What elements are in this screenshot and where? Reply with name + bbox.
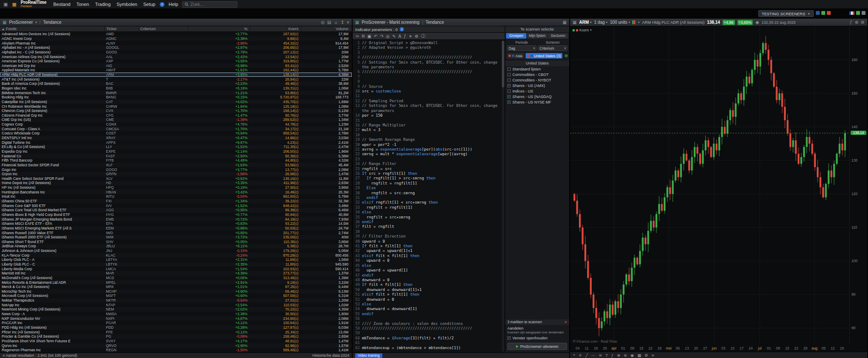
table-row[interactable]: Advanced Micro Devices Inc (All Sessions…: [0, 32, 352, 36]
table-row[interactable]: Huntington Bancshares IncHBAN+3,42%16,49…: [0, 190, 352, 194]
candlestick-chart[interactable]: [570, 26, 849, 345]
table-row[interactable]: Alphabet Inc - C (All Sessions)GOOG+2,79…: [0, 50, 352, 55]
layout-red-icon[interactable]: [827, 11, 831, 15]
sorteren-select[interactable]: Criterium▾: [538, 45, 568, 51]
table-row[interactable]: AGNC Invest CorpAGNC+2,38%9,86(c)9,4M: [0, 36, 352, 41]
add-indicator-icon[interactable]: ƒ: [850, 20, 852, 25]
table-row[interactable]: Marriott Intl IncMAR+4,39%273,77(c)1,37M: [0, 271, 352, 276]
snapshot-icon[interactable]: ◉: [631, 353, 634, 358]
table-row[interactable]: Citizens Financial Grp IncCFG+1,47%50,76…: [0, 113, 352, 118]
table-row[interactable]: CME Grp Inc (US)CME-1,39%289,52(c)1,34M: [0, 117, 352, 122]
column-header-volume[interactable]: Volume: [301, 26, 352, 31]
market-list-item[interactable]: Commodities - NYBOT: [505, 77, 569, 83]
table-row[interactable]: iShares Russell 1000 Value ETFIWD+0,85%2…: [0, 230, 352, 235]
market-list-item[interactable]: Commodities - CBOT: [505, 72, 569, 77]
region-chip[interactable]: United States (3): [526, 53, 563, 59]
menu-item-symbolen[interactable]: Symbolen: [117, 2, 137, 7]
table-row[interactable]: KLA-Tencor CorpKLAC-0,24%870,28(c)800.45…: [0, 253, 352, 257]
table-row[interactable]: Johnson & Johnson (All Sessions)JNJ-0,33…: [0, 249, 352, 253]
grid-icon[interactable]: ▦: [637, 353, 641, 358]
time-axis[interactable]: 04111825apr0108152229mei06132027jun03101…: [570, 345, 849, 352]
search-icon[interactable]: ◎: [386, 34, 390, 39]
table-row[interactable]: iShares iBoxx $ High Yield Corp Bond ETF…: [0, 213, 352, 217]
region-chip[interactable]: Asia: [507, 53, 524, 59]
search-icon[interactable]: ◎: [321, 20, 325, 25]
table-row[interactable]: Booking Hldg IncBKNG+0,15%5.720,87(c)168…: [0, 95, 352, 100]
user-icon[interactable]: ☺: [334, 20, 338, 25]
table-row[interactable]: Applied Materials IncAMAT+1,61%192,44(c)…: [0, 68, 352, 73]
table-row[interactable]: Newmont Mining Corp (All Sessions)NEM+2,…: [0, 307, 352, 312]
editor-scrollbar[interactable]: [502, 41, 504, 352]
table-row[interactable]: iShares MSCI Emerging Markets ETF (All S…: [0, 226, 352, 231]
table-row[interactable]: Nektar TherapeuticsNKTR-0,54%27,01(c)1,2…: [0, 298, 352, 303]
chart-body[interactable]: 8090100110120130140150160138,14 04111825…: [570, 26, 867, 358]
undo-icon[interactable]: ↶: [374, 34, 377, 39]
checkbox[interactable]: [507, 73, 511, 76]
info-icon[interactable]: ⓘ: [421, 33, 425, 39]
table-row[interactable]: Procter & Gamble Co (All Sessions)PG-0,0…: [0, 334, 352, 339]
paste-icon[interactable]: ▣: [367, 34, 371, 39]
table-row[interactable]: McDonald's Corp (All Sessions)MCD+0,06%3…: [0, 276, 352, 280]
table-row[interactable]: BitMine Immersion Tech IncBMNR+1,21%53,8…: [0, 90, 352, 95]
keep-open-checkbox[interactable]: ✓: [507, 336, 511, 340]
table-row[interactable]: Expedia Grp IncEXPE+2,14%206,50(c)1,96M: [0, 149, 352, 154]
column-header-[interactable]: %: [188, 26, 250, 31]
zoom-out-icon[interactable]: ⊖: [624, 353, 627, 358]
menu-icon[interactable]: ≡: [651, 353, 654, 358]
function-icon[interactable]: ƒ: [404, 34, 406, 39]
table-row[interactable]: Costco Wholesale CorpCOST+0,94%958,54(c)…: [0, 131, 352, 136]
trendline-icon[interactable]: ╱: [585, 353, 588, 358]
table-row[interactable]: Intuit IncINTU-5,04%662,60(c)5,78M: [0, 194, 352, 199]
table-row[interactable]: Grpon IncGRPN-1,89%26,68(c)1,47M: [0, 172, 352, 176]
market-list-item[interactable]: Indices - US: [505, 88, 569, 94]
table-row[interactable]: American Intl Grp IncAIG+0,98%83,41(c)2,…: [0, 63, 352, 68]
scrollbar-thumb[interactable]: [502, 41, 504, 87]
columns-icon[interactable]: ▤: [327, 20, 331, 25]
table-row[interactable]: Liberty Glob PLC - CLBTYK+2,35%11,80(c)9…: [0, 262, 352, 267]
table-row[interactable]: American Express Co (All Sessions)AXP+3,…: [0, 59, 352, 64]
table-row[interactable]: ARM Hldg PLC ADR (All Sessions)ARM+3,65%…: [0, 73, 352, 77]
font-icon[interactable]: A: [398, 34, 401, 39]
checkbox[interactable]: ✓: [507, 101, 511, 104]
function-icon[interactable]: ƒ: [611, 353, 613, 358]
chevron-down-icon[interactable]: ▾: [36, 21, 37, 24]
settings-icon[interactable]: ⚙: [645, 353, 648, 358]
flag-icon[interactable]: [849, 11, 854, 15]
run-proscreener-button[interactable]: ▶ ProScreener uitvoeren: [507, 343, 567, 350]
checkbox[interactable]: [507, 78, 511, 82]
table-row[interactable]: Comcast Corp - Class ACMCSA+1,70%34,17(c…: [0, 126, 352, 131]
close-icon[interactable]: ✕: [564, 320, 567, 324]
zoom-in-icon[interactable]: ⊕: [617, 353, 620, 358]
market-list-item[interactable]: Standaard lijsten: [505, 66, 569, 72]
export-icon[interactable]: ↥: [341, 20, 344, 25]
table-row[interactable]: Melco Resorts & Entertainment Ltd ADRMPE…: [0, 280, 352, 285]
screeners-dropdown[interactable]: TESTING SCREENERS ▼: [758, 10, 814, 17]
camera-icon[interactable]: ◉: [755, 20, 759, 25]
table-row[interactable]: Financial Select Sector SPDR FundXLF+1,6…: [0, 163, 352, 168]
candlestick-plot[interactable]: [570, 26, 849, 345]
table-row[interactable]: Alnylam Pharmas IncALNY-2,86%454,32(c)91…: [0, 41, 352, 45]
table-row[interactable]: Liberty Glob PLC - ALBTYA+2,31%11,69(c)1…: [0, 257, 352, 262]
tab-sectoren[interactable]: Sectoren: [548, 33, 568, 39]
table-row[interactable]: iShares MSCI EAFE ETF - EFAEFA+0,83%93,2…: [0, 221, 352, 226]
search-input[interactable]: [190, 2, 233, 7]
table-row[interactable]: iShares China 50 ETFFXI+1,34%39,22(c)32,…: [0, 199, 352, 204]
table-row[interactable]: iShares Short T Bond ETFSHV+0,05%110,38(…: [0, 239, 352, 244]
table-row[interactable]: Regeneron Pharmas IncREGN-1,50%589,48(c)…: [0, 348, 352, 352]
calculator-icon[interactable]: ▦: [563, 20, 567, 25]
crosshair-icon[interactable]: ✛: [579, 353, 582, 358]
table-row[interactable]: JetBlue Airways CorpJBLU+6,11%5,38(c)28,…: [0, 244, 352, 249]
table-row[interactable]: Microchip Tech IncMCHP+4,60%69,46(c)9,13…: [0, 289, 352, 294]
horizontal-line-icon[interactable]: ―: [591, 353, 595, 358]
gear-icon[interactable]: ⚙: [861, 20, 865, 25]
market-list-item[interactable]: ✓Shares - US NYSE MF: [505, 99, 569, 105]
text-icon[interactable]: T: [606, 353, 608, 358]
periode-select[interactable]: Dag▾: [507, 45, 537, 51]
market-list-item[interactable]: ✓Shares - US (NASDAQ: [505, 94, 569, 99]
price-axis[interactable]: 8090100110120130140150160138,14: [849, 26, 867, 345]
table-row[interactable]: Health Care Select Sector SPDR FundXLV+0…: [0, 176, 352, 181]
video-training-link[interactable]: Video training: [355, 353, 382, 358]
table-row[interactable]: Home Depot Inc (All Sessions)HD+3,35%411…: [0, 181, 352, 185]
compare-icon[interactable]: ⊕: [855, 20, 858, 25]
table-row[interactable]: ProShares Short VIX Short-Term Futures E…: [0, 339, 352, 344]
